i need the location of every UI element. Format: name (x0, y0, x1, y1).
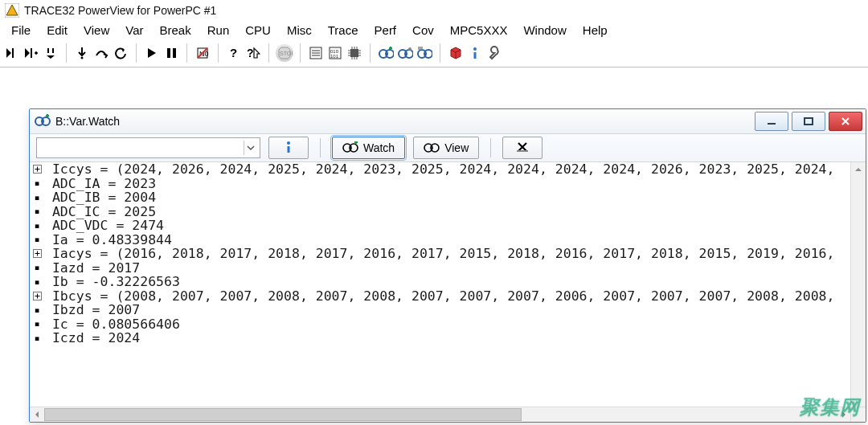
watch-row[interactable]: ▪ Ia = 0.48339844 (31, 233, 851, 247)
watch-button[interactable]: Watch (332, 137, 405, 159)
bullet-icon: ▪ (31, 178, 43, 188)
expression-combo[interactable] (36, 137, 260, 158)
menu-misc[interactable]: Misc (279, 23, 320, 37)
menu-mpc5xxx[interactable]: MPC5XXX (442, 23, 516, 37)
help-icon[interactable]: ? (225, 44, 243, 62)
watch-add-icon[interactable] (377, 44, 395, 62)
bullet-icon: ▪ (31, 206, 43, 216)
toolbar-separator (490, 138, 491, 157)
watch-row[interactable]: Ibcys = (2008, 2007, 2007, 2008, 2007, 2… (31, 289, 851, 304)
watch-row-text: Iccys = (2024, 2026, 2024, 2025, 2024, 2… (44, 162, 834, 177)
vertical-scrollbar[interactable] (850, 162, 866, 407)
watch-row[interactable]: ▪ ADC_IA = 2023 (31, 177, 851, 191)
svg-text:?: ? (247, 47, 254, 59)
watch-row[interactable]: ▪ Ib = -0.32226563 (31, 275, 851, 289)
watch-button-label: Watch (363, 141, 395, 154)
watch-row[interactable]: ▪ Iazd = 2017 (31, 261, 851, 276)
watch-row[interactable]: Iacys = (2016, 2018, 2017, 2018, 2017, 2… (31, 247, 851, 261)
svg-point-34 (287, 141, 290, 145)
watch-row[interactable]: ▪ Ibzd = 2007 (31, 303, 851, 317)
svg-rect-3 (31, 48, 32, 58)
menu-file[interactable]: File (3, 23, 39, 37)
menu-var[interactable]: Var (117, 23, 151, 37)
menu-help[interactable]: Help (575, 23, 616, 37)
expand-icon[interactable] (31, 165, 43, 174)
toolbar-separator (66, 43, 67, 63)
svg-rect-7 (167, 48, 170, 58)
menu-break[interactable]: Break (152, 23, 199, 37)
breakpoint-off-icon[interactable]: N0 (194, 44, 211, 62)
step-over-icon[interactable] (92, 44, 110, 62)
scrollbar-thumb[interactable] (44, 408, 522, 421)
scroll-up-icon[interactable] (851, 162, 866, 177)
info-icon[interactable] (466, 44, 484, 62)
svg-point-6 (81, 57, 84, 59)
menu-bar: File Edit View Var Break Run CPU Misc Tr… (0, 21, 868, 39)
watch-row-text: Iacys = (2016, 2018, 2017, 2018, 2017, 2… (44, 247, 834, 261)
menu-view[interactable]: View (76, 23, 117, 37)
watch-row-text: Iczd = 2024 (44, 331, 140, 345)
menu-trace[interactable]: Trace (320, 23, 366, 37)
menu-window[interactable]: Window (515, 23, 574, 37)
watch-row-text: Ibcys = (2008, 2007, 2007, 2008, 2007, 2… (44, 289, 834, 304)
wrench-icon[interactable] (485, 44, 503, 62)
scroll-left-icon[interactable] (30, 407, 44, 422)
step-into-icon[interactable] (73, 44, 91, 62)
watch-row[interactable]: ▪ Ic = 0.080566406 (31, 317, 851, 332)
scroll-right-icon[interactable] (837, 407, 851, 422)
maximize-button[interactable] (792, 112, 825, 131)
svg-rect-4 (47, 48, 49, 53)
workspace: B::Var.Watch Watch View (0, 67, 868, 425)
binary-view-icon[interactable]: 010101 (326, 44, 344, 62)
menu-edit[interactable]: Edit (39, 23, 76, 37)
bullet-icon: ▪ (31, 277, 43, 287)
delete-button[interactable] (502, 137, 542, 159)
context-help-icon[interactable]: ? (244, 44, 262, 62)
child-window-titlebar[interactable]: B::Var.Watch (30, 109, 866, 134)
pause-icon[interactable] (162, 44, 180, 62)
step-skip-end-icon[interactable] (3, 44, 21, 62)
watch-row-text: Ib = -0.32226563 (44, 275, 180, 289)
watch-data-area[interactable]: Iccys = (2024, 2026, 2024, 2025, 2024, 2… (31, 162, 851, 407)
chevron-down-icon[interactable] (244, 141, 257, 155)
watch-row[interactable]: Iccys = (2024, 2026, 2024, 2025, 2024, 2… (31, 162, 851, 177)
toolbar-separator (218, 43, 219, 63)
watch-row-text: Ic = 0.080566406 (44, 317, 180, 332)
var-watch-window: B::Var.Watch Watch View (29, 108, 866, 423)
bullet-icon: ▪ (31, 333, 43, 343)
step-reload-icon[interactable] (112, 44, 129, 62)
svg-text:?: ? (230, 46, 237, 59)
watch-gear-icon[interactable] (396, 44, 414, 62)
toolbar-separator (268, 43, 269, 63)
watch-row-text: ADC_IC = 2025 (44, 205, 156, 219)
watch-row[interactable]: ▪ ADC_IB = 2004 (31, 190, 851, 205)
expand-icon[interactable] (31, 292, 43, 300)
window-title: TRACE32 PowerView for PowerPC #1 (24, 4, 216, 17)
cube-icon[interactable] (447, 44, 465, 62)
watch-row[interactable]: ▪ ADC_VDC = 2474 (31, 219, 851, 233)
run-icon[interactable] (143, 44, 161, 62)
svg-rect-20 (350, 49, 358, 57)
stop-icon[interactable]: STOP (276, 44, 293, 62)
menu-run[interactable]: Run (199, 23, 238, 37)
step-skip-end-plus-icon[interactable] (23, 44, 40, 62)
watch-list-icon[interactable] (416, 44, 433, 62)
scrollbar-track[interactable] (44, 407, 837, 422)
watch-row[interactable]: ▪ ADC_IC = 2025 (31, 205, 851, 219)
watch-row[interactable]: ▪ Iczd = 2024 (31, 331, 851, 345)
view-button[interactable]: View (413, 137, 479, 159)
close-button[interactable] (829, 112, 862, 131)
minimize-button[interactable] (755, 112, 788, 131)
bullet-icon: ▪ (31, 319, 43, 329)
bullet-icon: ▪ (31, 263, 43, 272)
menu-perf[interactable]: Perf (366, 23, 405, 37)
horizontal-scrollbar[interactable] (30, 407, 851, 422)
expand-icon[interactable] (31, 249, 43, 258)
info-button[interactable] (268, 137, 309, 159)
glasses-icon (424, 141, 440, 155)
step-return-icon[interactable] (42, 44, 59, 62)
chip-icon[interactable] (346, 44, 363, 62)
menu-cov[interactable]: Cov (404, 23, 442, 37)
menu-cpu[interactable]: CPU (237, 23, 279, 37)
list-view-icon[interactable] (307, 44, 325, 62)
